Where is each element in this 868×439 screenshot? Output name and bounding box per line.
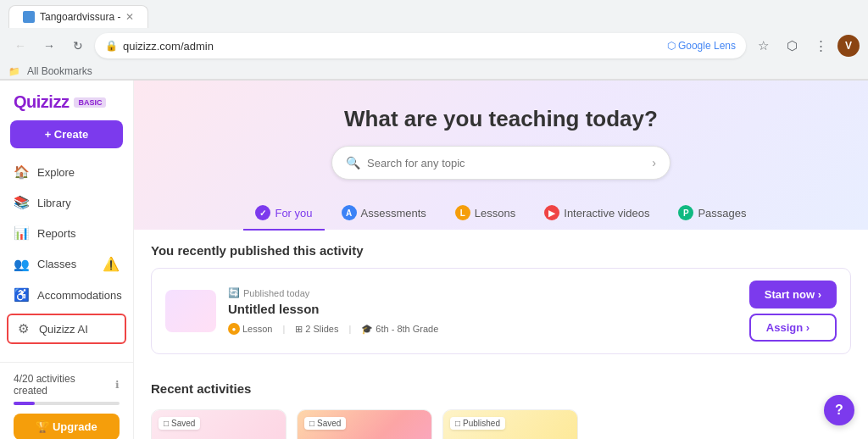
upgrade-button[interactable]: 🏆 Upgrade: [14, 414, 120, 439]
bookmarks-folder-icon: 📁: [8, 66, 20, 77]
reload-button[interactable]: ↻: [66, 34, 90, 58]
activities-count: 4/20 activities created ℹ: [14, 373, 120, 397]
url-input[interactable]: [123, 40, 662, 53]
mini-card-thumb-3: □ Published Q: [443, 410, 577, 439]
meta-separator-2: |: [348, 324, 351, 334]
help-button[interactable]: ?: [824, 395, 854, 425]
slides-icon: ⊞: [295, 324, 303, 335]
tab-label-for-you: For you: [275, 207, 312, 220]
activity-info: 🔄 Published today Untitled lesson ● Less…: [228, 287, 737, 335]
meta-lesson-label: Lesson: [242, 324, 272, 334]
browser-tab[interactable]: Tangoardvissura - ✕: [8, 5, 148, 28]
sidebar-label-accommodations: Accommodations: [37, 289, 122, 302]
meta-slides-label: 2 Slides: [305, 324, 338, 334]
basic-badge: BASIC: [74, 97, 106, 108]
sidebar-item-classes[interactable]: 👥 Classes ⚠️: [0, 248, 133, 280]
sidebar-label-quizizz-ai: Quizizz AI: [39, 323, 88, 336]
published-activity-card: 🔄 Published today Untitled lesson ● Less…: [151, 268, 851, 354]
meta-lesson: ● Lesson: [228, 323, 272, 335]
sidebar-item-explore[interactable]: 🏠 Explore: [0, 157, 133, 187]
sidebar-logo-area: Quizizz BASIC: [0, 81, 133, 120]
mini-card-thumb-2: □ Saved Q: [298, 410, 431, 439]
activity-meta: ● Lesson | ⊞ 2 Slides | 🎓 6th - 8th Grad…: [228, 323, 737, 335]
meta-grade-label: 6th - 8th Grade: [376, 324, 438, 334]
sidebar-item-library[interactable]: 📚 Library: [0, 187, 133, 218]
tabs-row: ✓ For you A Assessments L Lessons ▶ Inte…: [151, 197, 851, 230]
tab-assessments[interactable]: A Assessments: [330, 197, 438, 231]
recently-published-title: You recently published this activity: [151, 243, 851, 258]
search-arrow-icon: ›: [652, 156, 656, 169]
published-badge-3: □ Published: [450, 417, 505, 430]
tab-dot-lessons: L: [455, 205, 470, 220]
recent-activities-section: Recent activities: [134, 368, 868, 409]
start-now-button[interactable]: Start now ›: [749, 281, 837, 308]
address-bar[interactable]: 🔒 ⬡ Google Lens: [95, 33, 746, 58]
google-lens-button[interactable]: ⬡ Google Lens: [667, 40, 736, 52]
assign-button[interactable]: Assign ›: [749, 314, 837, 342]
browser-profile[interactable]: V: [837, 35, 860, 57]
activity-name: Untitled lesson: [228, 302, 737, 316]
tab-interactive-videos[interactable]: ▶ Interactive videos: [532, 197, 661, 231]
back-button[interactable]: ←: [8, 34, 32, 58]
activity-thumbnail: [165, 290, 216, 332]
main-content: What are you teaching today? 🔍 › ✓ For y…: [134, 81, 868, 439]
meta-separator-1: |: [282, 324, 285, 334]
tab-title: Tangoardvissura -: [40, 11, 120, 23]
accommodations-icon: ♿: [14, 287, 29, 303]
tab-label-interactive-videos: Interactive videos: [564, 207, 649, 220]
mini-card-thumb-1: □ Saved Q: [152, 410, 286, 439]
google-lens-label: Google Lens: [678, 40, 736, 52]
list-item[interactable]: □ Published Q 2 questions Untitled lesso…: [442, 409, 578, 439]
published-label: 🔄 Published today: [228, 287, 737, 298]
saved-badge-1: □ Saved: [159, 417, 200, 430]
tab-for-you[interactable]: ✓ For you: [243, 197, 324, 231]
tab-passages[interactable]: P Passages: [666, 197, 758, 231]
recent-activities-grid: □ Saved Q 3 questions Untitled video qui…: [134, 409, 868, 439]
publish-icon-3: □: [455, 419, 460, 428]
hero-title: What are you teaching today?: [151, 106, 851, 132]
sidebar-item-accommodations[interactable]: ♿ Accommodations: [0, 280, 133, 310]
hero-section: What are you teaching today? 🔍 › ✓ For y…: [134, 81, 868, 230]
tab-label-assessments: Assessments: [361, 207, 426, 220]
google-lens-icon: ⬡: [667, 40, 676, 52]
extensions-button[interactable]: ⬡: [780, 34, 804, 58]
tab-label-passages: Passages: [698, 207, 746, 220]
forward-button[interactable]: →: [37, 34, 61, 58]
warning-icon: ⚠️: [103, 256, 120, 272]
reports-icon: 📊: [14, 225, 29, 241]
progress-fill: [14, 402, 35, 405]
sidebar-footer: 4/20 activities created ℹ 🏆 Upgrade: [0, 362, 133, 439]
more-button[interactable]: ⋮: [809, 34, 832, 58]
quizizz-logo: Quizizz: [14, 92, 69, 112]
sidebar-label-explore: Explore: [37, 166, 75, 179]
refresh-icon: 🔄: [228, 287, 240, 298]
list-item[interactable]: □ Saved Q 3 questions Untitled video qui…: [151, 409, 287, 439]
recently-published-section: You recently published this activity 🔄 P…: [134, 230, 868, 368]
sidebar: Quizizz BASIC + Create 🏠 Explore 📚 Libra…: [0, 81, 134, 439]
saved-label-1: Saved: [171, 419, 195, 428]
quizizz-ai-icon: ⚙: [15, 321, 31, 336]
library-icon: 📚: [14, 195, 29, 210]
explore-icon: 🏠: [14, 164, 29, 180]
bookmarks-bar: 📁 All Bookmarks: [0, 64, 868, 80]
search-input[interactable]: [367, 157, 652, 169]
meta-slides: ⊞ 2 Slides: [295, 324, 338, 335]
lock-icon: 🔒: [105, 40, 118, 52]
create-button[interactable]: + Create: [10, 120, 123, 148]
search-icon: 🔍: [346, 156, 360, 169]
tab-dot-interactive-videos: ▶: [544, 205, 559, 220]
sidebar-item-reports[interactable]: 📊 Reports: [0, 218, 133, 248]
bookmark-star-button[interactable]: ☆: [751, 34, 775, 58]
search-bar[interactable]: 🔍 ›: [331, 146, 670, 180]
meta-grade: 🎓 6th - 8th Grade: [361, 324, 438, 335]
browser-chrome: Tangoardvissura - ✕ ← → ↻ 🔒 ⬡ Google Len…: [0, 0, 868, 81]
info-icon[interactable]: ℹ: [115, 379, 120, 391]
sidebar-label-classes: Classes: [37, 258, 76, 270]
sidebar-item-quizizz-ai[interactable]: ⚙ Quizizz AI: [7, 314, 126, 344]
published-date: Published today: [243, 288, 309, 298]
list-item[interactable]: □ Saved Q 1 questions Verbal Quiz: [297, 409, 432, 439]
recent-activities-title: Recent activities: [151, 381, 851, 396]
tab-lessons[interactable]: L Lessons: [443, 197, 527, 231]
tab-label-lessons: Lessons: [475, 207, 515, 220]
tab-close-icon[interactable]: ✕: [125, 11, 134, 23]
